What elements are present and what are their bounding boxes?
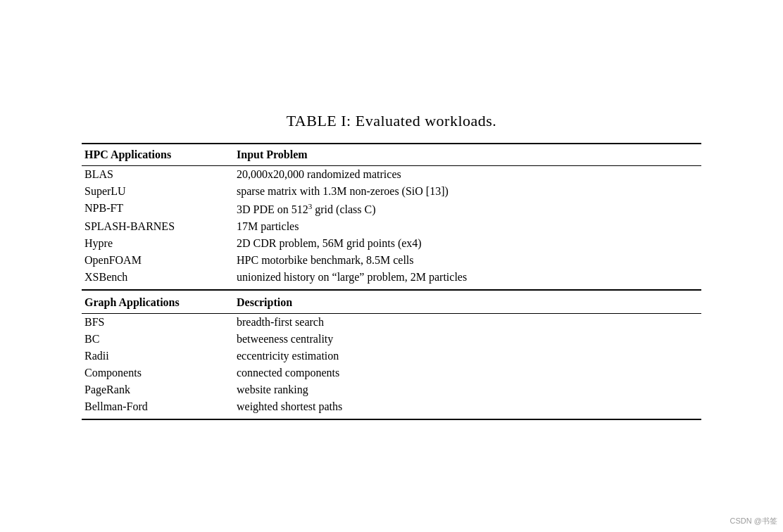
app-desc: 3D PDE on 5123 grid (class C) <box>223 200 701 218</box>
table-row: NPB-FT 3D PDE on 5123 grid (class C) <box>82 200 701 218</box>
app-desc: 17M particles <box>223 218 701 235</box>
hpc-header-row: HPC Applications Input Problem <box>82 144 701 166</box>
app-desc: connected components <box>223 365 701 381</box>
app-desc: betweeness centrality <box>223 331 701 348</box>
hpc-col1-header: HPC Applications <box>82 144 223 166</box>
table-row: XSBench unionized history on “large” pro… <box>82 269 701 290</box>
graph-col1-header: Graph Applications <box>82 290 223 314</box>
table-row: SuperLU sparse matrix with 1.3M non-zero… <box>82 183 701 200</box>
app-desc: sparse matrix with 1.3M non-zeroes (SiO … <box>223 183 701 200</box>
app-name: Bellman-Ford <box>82 398 223 419</box>
main-table: HPC Applications Input Problem BLAS 20,0… <box>82 143 701 420</box>
app-name: PageRank <box>82 381 223 398</box>
app-name: BLAS <box>82 165 223 183</box>
graph-header-row: Graph Applications Description <box>82 290 701 314</box>
app-desc: HPC motorbike benchmark, 8.5M cells <box>223 252 701 269</box>
table-row: Bellman-Ford weighted shortest paths <box>82 398 701 419</box>
app-desc: 2D CDR problem, 56M grid points (ex4) <box>223 235 701 252</box>
app-name: Radii <box>82 348 223 365</box>
table-row: Hypre 2D CDR problem, 56M grid points (e… <box>82 235 701 252</box>
app-name: Hypre <box>82 235 223 252</box>
table-row: Components connected components <box>82 365 701 381</box>
table-row: BLAS 20,000x20,000 randomized matrices <box>82 165 701 183</box>
table-row: PageRank website ranking <box>82 381 701 398</box>
app-desc: breadth-first search <box>223 314 701 331</box>
app-desc: unionized history on “large” problem, 2M… <box>223 269 701 290</box>
app-desc: website ranking <box>223 381 701 398</box>
table-row: SPLASH-BARNES 17M particles <box>82 218 701 235</box>
app-name: XSBench <box>82 269 223 290</box>
app-name: Components <box>82 365 223 381</box>
app-name: SPLASH-BARNES <box>82 218 223 235</box>
app-desc: weighted shortest paths <box>223 398 701 419</box>
table-row: OpenFOAM HPC motorbike benchmark, 8.5M c… <box>82 252 701 269</box>
app-desc: eccentricity estimation <box>223 348 701 365</box>
page-container: TABLE I: Evaluated workloads. HPC Applic… <box>54 91 729 441</box>
app-name: BC <box>82 331 223 348</box>
hpc-col2-header: Input Problem <box>223 144 701 166</box>
table-title: TABLE I: Evaluated workloads. <box>82 112 701 130</box>
app-desc: 20,000x20,000 randomized matrices <box>223 165 701 183</box>
graph-col2-header: Description <box>223 290 701 314</box>
app-name: BFS <box>82 314 223 331</box>
app-name: NPB-FT <box>82 200 223 218</box>
watermark: CSDN @书签 <box>730 516 777 526</box>
table-row: Radii eccentricity estimation <box>82 348 701 365</box>
table-row: BFS breadth-first search <box>82 314 701 331</box>
table-row: BC betweeness centrality <box>82 331 701 348</box>
app-name: SuperLU <box>82 183 223 200</box>
app-name: OpenFOAM <box>82 252 223 269</box>
